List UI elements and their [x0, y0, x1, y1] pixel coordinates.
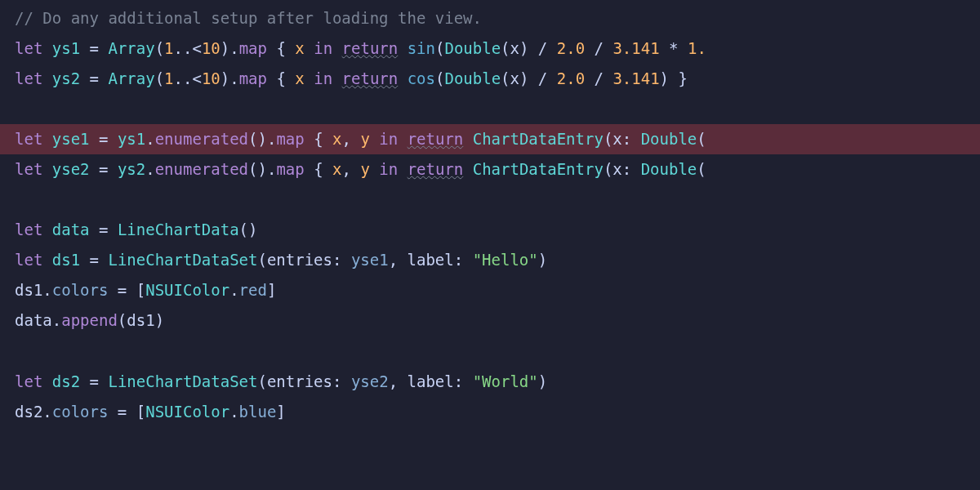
code-token: .	[229, 403, 238, 421]
code-token: .	[229, 281, 238, 299]
code-token: map	[276, 130, 304, 148]
code-line[interactable]: let ds2 = LineChartDataSet(entries: yse2…	[0, 367, 980, 397]
code-token: (	[697, 160, 706, 178]
code-token: (	[501, 39, 510, 57]
code-token: sin	[408, 39, 435, 57]
code-token: in	[314, 39, 332, 57]
code-token: ..<	[174, 39, 202, 57]
code-line[interactable]: // Do any additional setup after loading…	[0, 3, 980, 33]
code-token: ys2	[118, 160, 145, 178]
code-token: :	[454, 251, 473, 269]
code-token: (	[257, 372, 266, 390]
code-line[interactable]	[0, 336, 980, 367]
code-token: (	[155, 69, 164, 87]
code-token: ,	[341, 160, 360, 178]
code-token: :	[454, 372, 473, 390]
code-token: Double	[444, 69, 501, 87]
code-token: // Do any additional setup after loading…	[15, 9, 482, 27]
code-token: ,	[389, 372, 408, 390]
code-token: =	[80, 372, 108, 390]
code-token: ]	[276, 403, 285, 421]
code-token: ChartDataEntry	[473, 160, 604, 178]
code-line[interactable]	[0, 94, 980, 124]
code-line[interactable]: let yse1 = ys1.enumerated().map { x, y i…	[0, 124, 980, 154]
code-token: x	[332, 130, 341, 148]
code-token: {	[305, 160, 332, 178]
code-token: (	[604, 160, 612, 178]
code-line[interactable]	[0, 185, 980, 215]
code-token: let	[15, 372, 42, 390]
code-token: Array	[108, 39, 154, 57]
code-token	[332, 39, 341, 57]
code-token	[370, 130, 379, 148]
code-token: LineChartDataSet	[108, 372, 257, 390]
code-token	[15, 190, 24, 208]
code-line[interactable]: data.append(ds1)	[0, 305, 980, 336]
code-token	[42, 372, 51, 390]
code-token	[305, 69, 314, 87]
code-token: entries	[267, 372, 332, 390]
code-token	[463, 130, 472, 148]
code-token: colors	[52, 281, 109, 299]
code-token: = [	[108, 403, 145, 421]
code-token: map	[239, 69, 267, 87]
code-token: =	[90, 160, 118, 178]
code-editor[interactable]: // Do any additional setup after loading…	[0, 3, 980, 427]
code-token	[42, 69, 51, 87]
code-token: (	[435, 39, 444, 57]
code-token: y	[360, 160, 369, 178]
code-token	[332, 69, 341, 87]
code-token: 2.0	[557, 69, 585, 87]
code-token: 10	[202, 69, 220, 87]
code-token: let	[15, 220, 42, 238]
code-token: LineChartData	[118, 220, 239, 238]
code-token	[305, 39, 314, 57]
code-token: ys1	[52, 39, 80, 57]
code-token: ys1	[118, 130, 145, 148]
code-token: )	[538, 372, 547, 390]
code-token: :	[332, 251, 351, 269]
code-token: enumerated	[155, 160, 248, 178]
code-token: y	[360, 130, 369, 148]
code-token: x	[332, 160, 341, 178]
code-token: (	[435, 69, 444, 87]
code-token	[42, 251, 51, 269]
code-token	[42, 130, 51, 148]
code-line[interactable]: let ys2 = Array(1..<10).map { x in retur…	[0, 64, 980, 94]
code-token	[42, 160, 51, 178]
code-token: map	[239, 39, 267, 57]
code-token: yse2	[351, 372, 389, 390]
code-line[interactable]: let ds1 = LineChartDataSet(entries: yse1…	[0, 245, 980, 275]
code-token: label	[408, 372, 454, 390]
code-token: ds2	[52, 372, 80, 390]
code-token: x	[612, 160, 621, 178]
code-token: yse1	[52, 130, 90, 148]
code-token: {	[267, 69, 295, 87]
code-token: )	[538, 251, 547, 269]
code-token: entries	[267, 251, 332, 269]
code-token: ds2	[15, 403, 42, 421]
code-token: let	[15, 130, 42, 148]
code-line[interactable]: let ys1 = Array(1..<10).map { x in retur…	[0, 33, 980, 64]
code-token: ..<	[174, 69, 202, 87]
code-token: 1.	[688, 39, 706, 57]
code-token	[398, 160, 407, 178]
code-token: Double	[641, 160, 697, 178]
code-token: =	[80, 39, 108, 57]
code-line[interactable]: ds2.colors = [NSUIColor.blue]	[0, 397, 980, 427]
code-line[interactable]: let yse2 = ys2.enumerated().map { x, y i…	[0, 154, 980, 185]
code-token: :	[622, 130, 641, 148]
code-token: 1	[164, 39, 173, 57]
code-token: in	[379, 130, 398, 148]
code-token: ) /	[519, 39, 557, 57]
code-token: append	[61, 311, 118, 329]
code-token: ys2	[52, 69, 80, 87]
code-token: (	[118, 311, 127, 329]
code-token: =	[90, 220, 118, 238]
code-line[interactable]: ds1.colors = [NSUIColor.red]	[0, 275, 980, 305]
code-line[interactable]: let data = LineChartData()	[0, 215, 980, 245]
code-token: =	[80, 251, 108, 269]
code-token: =	[80, 69, 108, 87]
code-token: 2.0	[557, 39, 585, 57]
code-token: x	[510, 39, 519, 57]
